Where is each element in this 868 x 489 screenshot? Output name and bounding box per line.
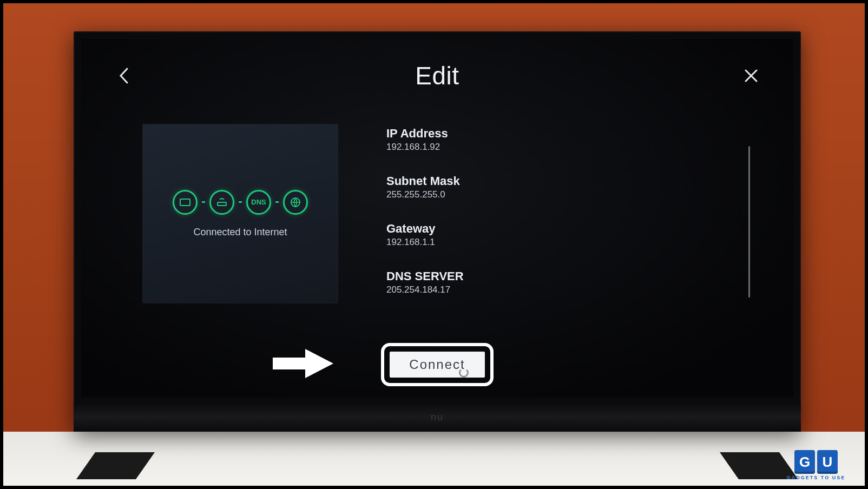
svg-rect-0	[180, 199, 190, 206]
field-ip[interactable]: IP Address 192.168.1.92	[386, 127, 464, 153]
tv-brand-logo: nu	[431, 412, 444, 423]
field-subnet[interactable]: Subnet Mask 255.255.255.0	[386, 174, 464, 200]
back-button[interactable]	[110, 63, 136, 89]
tv-bezel: nu	[74, 402, 801, 432]
subnet-value: 255.255.255.0	[386, 189, 464, 200]
tv-frame: Edit	[74, 31, 801, 432]
tv-screen: Edit	[81, 39, 793, 397]
device-icon	[173, 190, 198, 215]
loading-cursor-icon	[459, 368, 469, 378]
connection-chain: DNS	[173, 190, 308, 215]
table-surface	[3, 432, 865, 486]
connection-status-card: DNS Connected to Internet	[143, 124, 338, 303]
close-icon	[743, 68, 759, 84]
arrow-annotation	[271, 345, 336, 385]
button-highlight-box: Connect	[381, 343, 494, 386]
arrow-right-icon	[271, 345, 336, 382]
connect-button[interactable]: Connect	[390, 352, 485, 378]
gateway-value: 192.168.1.1	[386, 237, 464, 248]
router-icon	[209, 190, 234, 215]
ip-label: IP Address	[386, 127, 464, 141]
gateway-label: Gateway	[386, 222, 464, 236]
ip-value: 192.168.1.92	[386, 142, 464, 153]
field-dns[interactable]: DNS SERVER 205.254.184.17	[386, 269, 464, 295]
svg-rect-1	[218, 202, 226, 206]
page-title: Edit	[415, 61, 459, 90]
close-button[interactable]	[738, 63, 764, 89]
room-background: Edit	[3, 3, 865, 486]
scrollbar[interactable]	[748, 146, 750, 298]
chevron-left-icon	[117, 67, 129, 85]
header-bar: Edit	[110, 54, 764, 97]
network-details: IP Address 192.168.1.92 Subnet Mask 255.…	[386, 124, 464, 303]
dns-value: 205.254.184.17	[386, 285, 464, 295]
subnet-label: Subnet Mask	[386, 174, 464, 188]
field-gateway[interactable]: Gateway 192.168.1.1	[386, 222, 464, 248]
dns-label: DNS SERVER	[386, 269, 464, 283]
content-area: DNS Connected to Internet IP Addre	[110, 124, 764, 303]
connect-button-label: Connect	[409, 357, 465, 372]
button-row: Connect	[81, 343, 793, 386]
dns-icon: DNS	[246, 190, 271, 215]
globe-icon	[283, 190, 308, 215]
connection-status-text: Connected to Internet	[193, 227, 287, 238]
